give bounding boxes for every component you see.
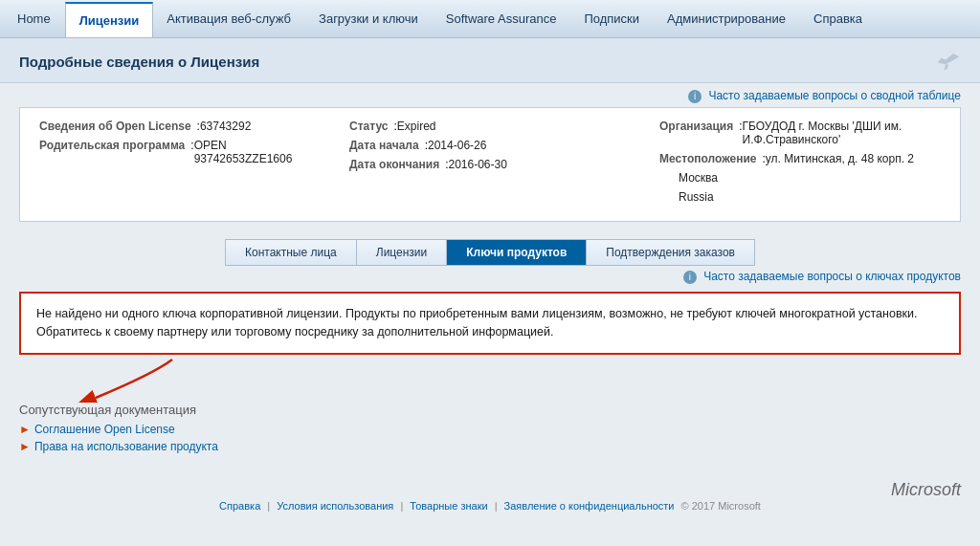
- footer-link[interactable]: Справка: [219, 500, 260, 512]
- info-icon-2: i: [683, 271, 697, 284]
- parent-program-value: OPEN 93742653ZZE1606: [194, 139, 321, 165]
- location-value: ул. Митинская, д. 48 корп. 2: [766, 152, 914, 165]
- companion-docs-title: Сопутствующая документация: [19, 403, 961, 417]
- parent-program-row: Родительская программа : OPEN 93742653ZZ…: [39, 139, 321, 165]
- product-keys-faq-link[interactable]: Часто задаваемые вопросы о ключах продук…: [703, 270, 961, 283]
- end-date-label: Дата окончания: [349, 158, 439, 171]
- org-row: Организация : ГБОУДОД г. Москвы 'ДШИ им.…: [659, 120, 941, 146]
- open-license-row: Сведения об Open License : 63743292: [39, 120, 321, 133]
- tab-order_confirm[interactable]: Подтверждения заказов: [587, 239, 755, 266]
- nav-item-admin[interactable]: Администрирование: [654, 0, 800, 37]
- main-content: Подробные сведения о Лицензия i Часто за…: [0, 38, 980, 546]
- open-license-number: 63743292: [200, 120, 251, 133]
- license-info-box: Сведения об Open License : 63743292 Роди…: [19, 107, 961, 222]
- arrow-svg: [19, 355, 211, 403]
- city-value: Москва: [679, 171, 718, 185]
- start-date-label: Дата начала: [349, 139, 419, 152]
- nav-item-subscriptions[interactable]: Подписки: [570, 0, 654, 37]
- open-license-label: Сведения об Open License: [39, 120, 191, 133]
- start-date-value: 2014-06-26: [428, 139, 486, 152]
- start-date-row: Дата начала : 2014-06-26: [349, 139, 631, 152]
- license-middle-col: Статус : Expired Дата начала : 2014-06-2…: [349, 120, 631, 209]
- status-label: Статус: [349, 120, 388, 133]
- nav-item-downloads[interactable]: Загрузки и ключи: [305, 0, 433, 37]
- nav-item-licenses[interactable]: Лицензии: [65, 2, 154, 37]
- faq-help-row: i Часто задаваемые вопросы о сводной таб…: [0, 83, 980, 107]
- status-value: Expired: [397, 120, 436, 133]
- faq-link[interactable]: Часто задаваемые вопросы о сводной табли…: [708, 89, 961, 102]
- license-left-col: Сведения об Open License : 63743292 Роди…: [39, 120, 321, 209]
- footer-link[interactable]: Условия использования: [277, 500, 393, 512]
- product-keys-help-row: i Часто задаваемые вопросы о ключах прод…: [0, 266, 980, 286]
- tabs-row: Контактные лицаЛицензииКлючи продуктовПо…: [0, 231, 980, 266]
- org-label: Организация: [659, 120, 733, 146]
- nav-item-home[interactable]: Home: [4, 0, 65, 37]
- airplane-icon: [930, 48, 961, 75]
- org-value: ГБОУДОД г. Москвы 'ДШИ им. И.Ф.Стравинск…: [743, 120, 941, 146]
- tab-licenses[interactable]: Лицензии: [357, 239, 448, 266]
- end-date-value: 2016-06-30: [448, 158, 506, 171]
- info-icon: i: [688, 90, 702, 103]
- country-row: x : Russia: [659, 190, 941, 204]
- alert-text: Не найдено ни одного ключа корпоративной…: [36, 307, 917, 339]
- location-label: Местоположение: [659, 152, 756, 165]
- arrow-right-icon: ►: [19, 423, 31, 436]
- nav-item-activate[interactable]: Активация веб-служб: [153, 0, 305, 37]
- location-row: Местоположение : ул. Митинская, д. 48 ко…: [659, 152, 941, 165]
- parent-program-label: Родительская программа: [39, 139, 185, 165]
- microsoft-brand: Microsoft: [19, 480, 961, 500]
- alert-message-box: Не найдено ни одного ключа корпоративной…: [19, 292, 961, 355]
- country-value: Russia: [679, 190, 714, 204]
- doc-link[interactable]: ►Права на использование продукта: [19, 440, 961, 453]
- page-header: Подробные сведения о Лицензия: [0, 38, 980, 83]
- footer-area: Microsoft Справка | Условия использовани…: [0, 472, 980, 519]
- footer-link[interactable]: Товарные знаки: [410, 500, 487, 512]
- tab-product_keys[interactable]: Ключи продуктов: [447, 239, 587, 266]
- arrow-right-icon: ►: [19, 440, 31, 453]
- tab-contacts[interactable]: Контактные лица: [225, 239, 357, 266]
- footer-link[interactable]: Заявление о конфиденциальности: [504, 500, 675, 512]
- copyright: © 2017 Microsoft: [681, 500, 761, 512]
- city-row: x : Москва: [659, 171, 941, 185]
- arrow-indicator: [19, 355, 961, 403]
- page-title: Подробные сведения о Лицензия: [19, 54, 259, 70]
- nav-item-help[interactable]: Справка: [800, 0, 877, 37]
- navigation-bar: HomeЛицензииАктивация веб-службЗагрузки …: [0, 0, 980, 38]
- companion-docs-section: Сопутствующая документация ►Соглашение O…: [19, 403, 961, 453]
- footer-links: Справка | Условия использования | Товарн…: [19, 500, 961, 512]
- license-right-col: Организация : ГБОУДОД г. Москвы 'ДШИ им.…: [659, 120, 941, 209]
- nav-item-sa[interactable]: Software Assurance: [433, 0, 571, 37]
- status-row: Статус : Expired: [349, 120, 631, 133]
- doc-links-list: ►Соглашение Open License►Права на исполь…: [19, 423, 961, 453]
- doc-link[interactable]: ►Соглашение Open License: [19, 423, 961, 436]
- end-date-row: Дата окончания : 2016-06-30: [349, 158, 631, 171]
